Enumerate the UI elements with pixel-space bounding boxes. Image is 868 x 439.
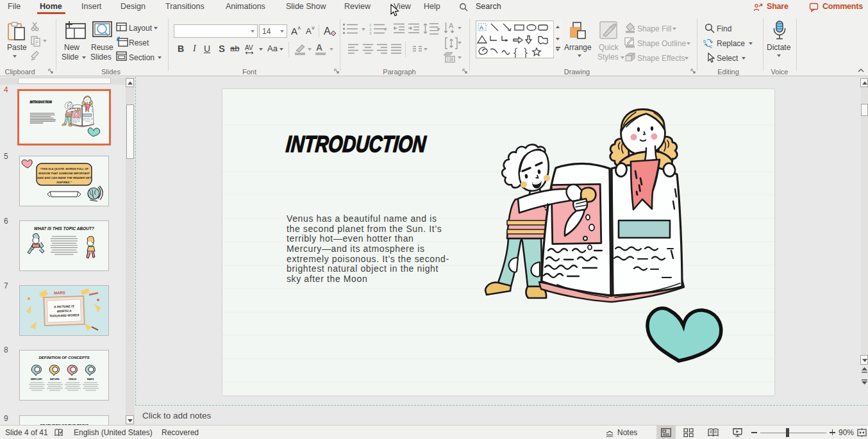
svg-text:VENUS: VENUS [69, 378, 77, 381]
svg-text:SAID AND CAN MAKE THE READER G: SAID AND CAN MAKE THE READER GET [37, 176, 91, 179]
svg-text:2: 2 [369, 28, 372, 31]
svg-text:WORTH A: WORTH A [57, 310, 72, 313]
svg-text:b: b [703, 38, 706, 44]
svg-text:A: A [324, 26, 331, 37]
svg-text:DEFINITION OF CONCEPTS: DEFINITION OF CONCEPTS [38, 356, 89, 360]
svg-text:INSPIRED.”: INSPIRED.” [56, 181, 72, 184]
svg-text:WISDOM THAT SOMEONE IMPORTANT: WISDOM THAT SOMEONE IMPORTANT [38, 172, 90, 175]
svg-text:MERCURY: MERCURY [31, 378, 43, 381]
svg-text:3: 3 [369, 31, 372, 35]
svg-text:INTRODUCTION: INTRODUCTION [30, 101, 53, 104]
svg-text:WHAT IS THIS TOPIC ABOUT?: WHAT IS THIS TOPIC ABOUT? [34, 226, 94, 231]
svg-text:A: A [480, 24, 483, 31]
svg-text:MARS: MARS [54, 290, 65, 295]
svg-text:“THIS IS A QUOTE. WORDS FULL O: “THIS IS A QUOTE. WORDS FULL OF [40, 167, 88, 170]
svg-text:MARS: MARS [87, 378, 94, 381]
svg-text:1: 1 [369, 23, 372, 27]
svg-text:A: A [449, 22, 454, 29]
svg-text:SATURN: SATURN [50, 378, 60, 381]
svg-text:AV: AV [245, 44, 253, 51]
